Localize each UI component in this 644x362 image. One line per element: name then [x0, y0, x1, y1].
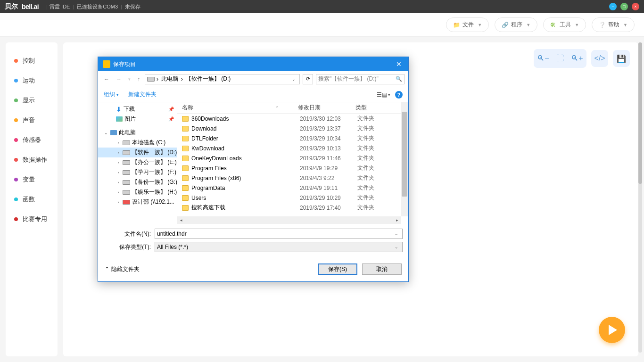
maximize-button[interactable]: □	[620, 3, 628, 10]
image-icon	[116, 116, 123, 122]
file-row[interactable]: Program Files (x86)2019/4/3 9:22文件夹	[177, 173, 408, 183]
address-bar[interactable]: › 此电脑 › 【软件一族】 (D:) ⌄	[145, 74, 300, 84]
category-比赛专用[interactable]: 比赛专用	[6, 209, 58, 229]
category-dot-icon	[14, 118, 18, 122]
nav-forward-button[interactable]: →	[114, 75, 124, 83]
expand-icon[interactable]: ›	[116, 200, 121, 205]
category-运动[interactable]: 运动	[6, 71, 58, 90]
category-显示[interactable]: 显示	[6, 90, 58, 110]
folder-icon	[182, 185, 189, 191]
pc-icon	[110, 130, 117, 135]
organize-button[interactable]: 组织 ▾	[104, 90, 119, 99]
category-变量[interactable]: 变量	[6, 170, 58, 189]
file-row[interactable]: KwDownload2019/3/29 10:13文件夹	[177, 143, 408, 153]
expand-icon[interactable]: ›	[116, 140, 121, 145]
collapse-icon[interactable]: ⌄	[104, 131, 108, 135]
file-row[interactable]: 360Downloads2019/3/30 12:03文件夹	[177, 114, 408, 123]
file-name: ProgramData	[191, 185, 300, 191]
file-name: Program Files	[191, 165, 300, 172]
category-label: 控制	[23, 57, 35, 65]
file-row[interactable]: Users2019/3/29 10:29文件夹	[177, 193, 408, 203]
folder-icon	[182, 156, 189, 161]
column-type[interactable]: 类型	[355, 104, 384, 112]
tree-drive-d[interactable]: ›【软件一族】 (D:)	[98, 148, 177, 157]
dialog-help-button[interactable]: ?	[395, 91, 403, 99]
minimize-button[interactable]: −	[609, 3, 617, 10]
expand-icon[interactable]: ›	[116, 150, 121, 155]
expand-icon[interactable]: ›	[116, 170, 121, 175]
address-pc[interactable]: 此电脑	[160, 75, 179, 83]
dropdown-icon[interactable]: ⌄	[392, 229, 400, 239]
chevron-down-icon: ▼	[478, 23, 482, 27]
file-row[interactable]: DTLFolder2019/3/29 10:34文件夹	[177, 133, 408, 143]
search-input[interactable]: 搜索"【软件一族】 (D:)" 🔍	[316, 74, 405, 84]
nav-back-button[interactable]: ←	[102, 75, 111, 83]
view-mode-button[interactable]: ☰▤ ▾	[377, 91, 390, 98]
tree-this-pc[interactable]: ⌄此电脑	[98, 128, 177, 138]
save-button[interactable]: 保存(S)	[318, 263, 357, 275]
dialog-fields: 文件名(N): untitled.thdr⌄ 保存类型(T): All File…	[98, 224, 408, 260]
file-menu-label: 文件	[462, 21, 474, 29]
tools-menu[interactable]: 🛠 工具 ▼	[543, 17, 586, 32]
tree-drive-g[interactable]: ›【备份一族】 (G:)	[98, 177, 177, 187]
file-row[interactable]: Program Files2019/4/9 19:29文件夹	[177, 163, 408, 173]
column-date[interactable]: 修改日期	[298, 104, 355, 112]
help-menu[interactable]: ❔ 帮助 ▼	[592, 17, 635, 32]
zoom-in-button[interactable]: 🔍︎+	[569, 50, 586, 67]
category-dot-icon	[14, 197, 18, 201]
file-type: 文件夹	[357, 204, 374, 212]
column-name[interactable]: 名称⌃	[177, 104, 298, 112]
expand-icon[interactable]: ›	[116, 190, 121, 195]
program-menu[interactable]: 🔗 程序 ▼	[495, 17, 537, 32]
fullscreen-button[interactable]: ⛶	[552, 50, 569, 67]
close-button[interactable]: ×	[632, 3, 639, 10]
category-声音[interactable]: 声音	[6, 110, 58, 130]
category-数据操作[interactable]: 数据操作	[6, 150, 58, 170]
tree-drive-e[interactable]: ›【办公一族】 (E:)	[98, 157, 177, 167]
refresh-button[interactable]: ⟳	[303, 74, 313, 84]
file-scrollbar-v[interactable]	[401, 102, 408, 216]
file-row[interactable]: 搜狗高速下载2019/3/29 17:40文件夹	[177, 203, 408, 213]
dialog-close-button[interactable]: ✕	[394, 60, 404, 68]
category-dot-icon	[14, 79, 18, 82]
nav-up-button[interactable]: ↑	[135, 75, 142, 83]
tree-network[interactable]: ›设计部 (\\192.1...	[98, 197, 177, 207]
file-menu[interactable]: 📁 文件 ▼	[446, 17, 489, 32]
filename-label: 文件名(N):	[104, 230, 151, 238]
tree-pictures[interactable]: 图片📌	[98, 114, 177, 124]
category-函数[interactable]: 函数	[6, 189, 58, 209]
tree-drive-f[interactable]: ›【学习一族】 (F:)	[98, 167, 177, 177]
zoom-out-button[interactable]: 🔍︎−	[535, 50, 552, 67]
tree-drive-c[interactable]: ›本地磁盘 (C:)	[98, 138, 177, 148]
category-控制[interactable]: 控制	[6, 51, 58, 71]
address-dropdown-icon[interactable]: ⌄	[290, 77, 297, 82]
dialog-titlebar[interactable]: 保存项目 ✕	[98, 57, 408, 71]
file-list: 名称⌃ 修改日期 类型 360Downloads2019/3/30 12:03文…	[177, 102, 408, 224]
brand-logo: bell.ai	[22, 3, 39, 10]
expand-icon[interactable]: ›	[116, 160, 121, 165]
category-传感器[interactable]: 传感器	[6, 130, 58, 150]
code-view-button[interactable]: </>	[591, 50, 608, 67]
save-canvas-button[interactable]: 💾	[613, 50, 630, 67]
tree-drive-h[interactable]: ›【娱乐一族】 (H:)	[98, 187, 177, 197]
dropdown-icon[interactable]: ⌄	[392, 242, 400, 252]
filename-input[interactable]: untitled.thdr⌄	[155, 229, 403, 239]
expand-icon[interactable]: ›	[116, 180, 121, 185]
file-row[interactable]: Download2019/3/29 13:37文件夹	[177, 123, 408, 133]
page-scrollbar[interactable]	[638, 42, 642, 353]
folder-icon	[182, 165, 189, 171]
file-row[interactable]: ProgramData2019/4/9 19:11文件夹	[177, 183, 408, 193]
tree-downloads[interactable]: ⬇下载📌	[98, 104, 177, 114]
category-label: 函数	[23, 195, 35, 204]
play-button[interactable]	[599, 317, 625, 343]
new-folder-button[interactable]: 新建文件夹	[128, 90, 157, 99]
savetype-select[interactable]: All Files (*.*)⌄	[155, 242, 403, 252]
hide-folders-toggle[interactable]: ⌃隐藏文件夹	[105, 265, 140, 273]
file-row[interactable]: OneKeyDownLoads2019/3/29 11:46文件夹	[177, 153, 408, 163]
file-scrollbar-h[interactable]: ◂▸	[177, 216, 401, 224]
file-type: 文件夹	[357, 164, 374, 172]
address-drive[interactable]: 【软件一族】 (D:)	[185, 75, 231, 83]
nav-history-button[interactable]: ▾	[126, 76, 132, 82]
file-type: 文件夹	[357, 144, 374, 152]
cancel-button[interactable]: 取消	[362, 263, 402, 275]
